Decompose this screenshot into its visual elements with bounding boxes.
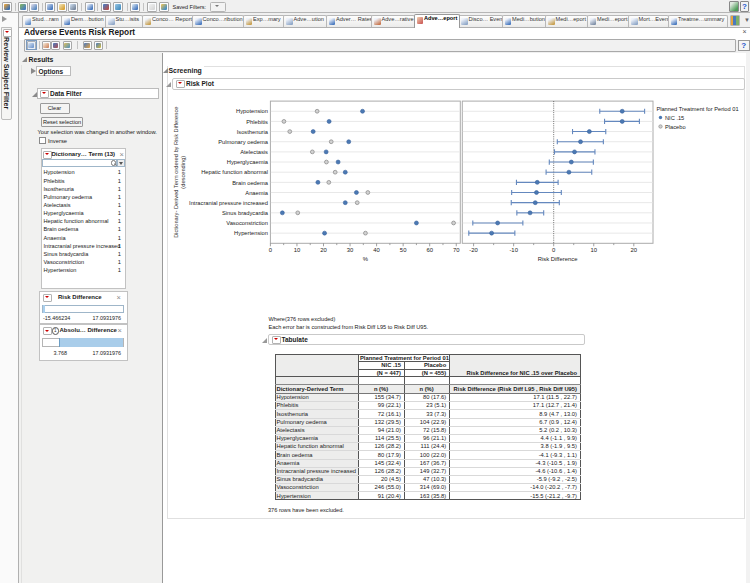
svg-text:0: 0 bbox=[269, 247, 273, 253]
svg-text:20: 20 bbox=[631, 247, 638, 253]
svg-text:-20: -20 bbox=[469, 247, 478, 253]
svg-text:(descending): (descending) bbox=[181, 156, 187, 189]
svg-text:Hepatic function abnormal: Hepatic function abnormal bbox=[201, 169, 268, 175]
svg-text:20: 20 bbox=[320, 247, 327, 253]
svg-text:Pulmonary oedema: Pulmonary oedema bbox=[218, 139, 269, 145]
svg-text:-10: -10 bbox=[509, 247, 518, 253]
svg-text:Phlebitis: Phlebitis bbox=[246, 119, 268, 125]
svg-text:Hyperglycaemia: Hyperglycaemia bbox=[227, 159, 269, 165]
svg-text:Anaemia: Anaemia bbox=[245, 190, 268, 196]
svg-text:Risk Difference: Risk Difference bbox=[538, 256, 579, 262]
svg-text:Hypotension: Hypotension bbox=[236, 108, 268, 114]
svg-text:Placebo: Placebo bbox=[665, 124, 686, 130]
svg-text:40: 40 bbox=[373, 247, 380, 253]
svg-text:10: 10 bbox=[294, 247, 301, 253]
svg-text:Intracranial pressure increase: Intracranial pressure increased bbox=[189, 200, 268, 206]
svg-text:Isosthenuria: Isosthenuria bbox=[237, 129, 269, 135]
svg-text:Dictionary- Derived Term order: Dictionary- Derived Term ordered by Risk… bbox=[173, 107, 179, 238]
svg-text:%: % bbox=[363, 256, 369, 262]
svg-text:Brain oedema: Brain oedema bbox=[232, 180, 269, 186]
svg-text:0: 0 bbox=[552, 247, 556, 253]
svg-text:Vasoconstriction: Vasoconstriction bbox=[226, 220, 268, 226]
svg-text:Atelectasis: Atelectasis bbox=[240, 149, 268, 155]
svg-text:Sinus bradycardia: Sinus bradycardia bbox=[222, 210, 269, 216]
svg-text:50: 50 bbox=[400, 247, 407, 253]
svg-text:NIC .15: NIC .15 bbox=[665, 115, 684, 121]
svg-text:30: 30 bbox=[347, 247, 354, 253]
svg-text:60: 60 bbox=[426, 247, 433, 253]
svg-text:Planned Treatment for Period 0: Planned Treatment for Period 01 bbox=[656, 106, 738, 112]
svg-text:70: 70 bbox=[453, 247, 460, 253]
svg-text:10: 10 bbox=[590, 247, 597, 253]
svg-text:Hypertension: Hypertension bbox=[234, 230, 268, 236]
